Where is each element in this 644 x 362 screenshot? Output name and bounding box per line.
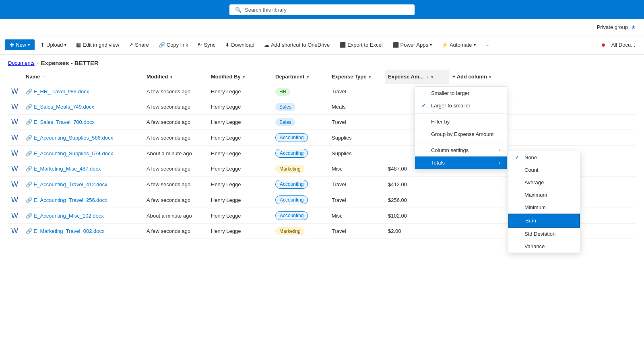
modified-by: Henry Legge [208, 208, 272, 224]
upload-label: Upload [46, 42, 63, 48]
share-button[interactable]: ↗ Share [125, 39, 153, 50]
modified-by: Henry Legge [208, 115, 272, 130]
download-button[interactable]: ⬇ Download [221, 39, 258, 50]
star-icon[interactable]: ★ [631, 24, 636, 30]
total-minimum-label: Minimum [524, 204, 546, 210]
totals-menu-item[interactable]: Totals › [415, 156, 507, 169]
th-department[interactable]: Department ▾ [272, 70, 328, 84]
modified-filter-icon: ▾ [170, 75, 172, 79]
th-add-column[interactable]: + Add column ▾ [449, 70, 636, 84]
department-badge: Marketing [272, 224, 328, 239]
th-modified-by[interactable]: Modified By ▾ [208, 70, 272, 84]
expense-type-filter-icon: ▾ [369, 75, 371, 79]
private-bar: Private group ★ [0, 19, 644, 35]
table-row[interactable]: W🔗 E_Sales_Travel_700.docxA few seconds … [8, 115, 636, 130]
all-docs-label: All Docu... [611, 42, 635, 48]
file-name[interactable]: 🔗 E_Marketing_Misc_487.docx [23, 161, 143, 177]
power-apps-label: Power Apps [400, 42, 428, 48]
file-type-icon: W [8, 115, 23, 130]
grid-icon: ▦ [76, 42, 81, 48]
modified-date: A few seconds ago [143, 130, 208, 146]
breadcrumb-parent[interactable]: Documents [8, 60, 35, 66]
all-docs-button[interactable]: All Docu... [607, 39, 639, 50]
copy-link-button[interactable]: 🔗 Copy link [155, 39, 192, 50]
modified-date: A few seconds ago [143, 99, 208, 115]
table-row[interactable]: W🔗 E_HR_Travel_989.docxA few seconds ago… [8, 84, 636, 99]
expense-amount-filter-icon: ▾ [431, 75, 433, 79]
export-excel-button[interactable]: ⬛ Export to Excel [335, 39, 386, 50]
sort-smaller-larger[interactable]: Smaller to larger [415, 87, 507, 99]
total-count[interactable]: Count [508, 164, 580, 176]
modified-date: A few seconds ago [143, 192, 208, 208]
total-std-deviation[interactable]: Std Deviation [508, 228, 580, 240]
total-minimum[interactable]: Minimum [508, 201, 580, 214]
new-button[interactable]: ✚ New ▾ [5, 39, 35, 50]
power-apps-icon: ⬛ [392, 42, 399, 48]
add-shortcut-button[interactable]: ☁ Add shortcut to OneDrive [260, 39, 334, 50]
totals-arrow-icon: › [499, 160, 500, 165]
group-by-expense-label: Group by Expense Amount [431, 131, 493, 137]
modified-by: Henry Legge [208, 161, 272, 177]
export-excel-label: Export to Excel [347, 42, 382, 48]
department-badge: Accounting [272, 177, 328, 192]
more-button[interactable]: ··· [481, 39, 494, 50]
th-name[interactable]: Name ↕ [23, 70, 143, 84]
department-badge: Accounting [272, 146, 328, 161]
modified-date: A few seconds ago [143, 115, 208, 130]
table-row[interactable]: W🔗 E_Sales_Meals_749.docxA few seconds a… [8, 99, 636, 115]
file-type-icon: W [8, 130, 23, 146]
group-by-expense[interactable]: Group by Expense Amount [415, 128, 507, 140]
total-average-label: Average [524, 179, 544, 185]
sync-button[interactable]: ↻ Sync [194, 39, 219, 50]
table-row[interactable]: W🔗 E_Accounting_Supplies_586.docxA few s… [8, 130, 636, 146]
file-name[interactable]: 🔗 E_Accounting_Travel_256.docx [23, 192, 143, 208]
copy-link-label: Copy link [167, 42, 188, 48]
file-name[interactable]: 🔗 E_Accounting_Travel_412.docx [23, 177, 143, 192]
file-name[interactable]: 🔗 E_Sales_Meals_749.docx [23, 99, 143, 115]
file-name[interactable]: 🔗 E_Marketing_Travel_002.docx [23, 224, 143, 239]
sort-larger-smaller[interactable]: ✓ Larger to smaller [415, 99, 507, 112]
file-type-icon: W [8, 99, 23, 115]
top-bar: 🔍 Search this library [0, 0, 644, 19]
file-name[interactable]: 🔗 E_Accounting_Supplies_574.docx [23, 146, 143, 161]
filter-by-label: Filter by [431, 119, 450, 125]
more-label: ··· [485, 42, 490, 48]
modified-date: About a minute ago [143, 146, 208, 161]
power-apps-button[interactable]: ⬛ Power Apps ▾ [388, 39, 436, 50]
automate-button[interactable]: ⚡ Automate ▾ [438, 39, 480, 50]
expense-type: Misc [328, 161, 385, 177]
download-icon: ⬇ [225, 42, 229, 48]
new-chevron-icon: ▾ [28, 43, 30, 47]
file-name[interactable]: 🔗 E_Accounting_Misc_102.docx [23, 208, 143, 224]
upload-button[interactable]: ⬆ Upload ▾ [36, 39, 70, 50]
total-variance[interactable]: Variance [508, 240, 580, 253]
expense-amount: $412.00 [385, 177, 449, 192]
th-expense-amount[interactable]: Expense Am... ↓ ▾ [385, 70, 449, 84]
modified-by-filter-icon: ▾ [243, 75, 245, 79]
automate-icon: ⚡ [442, 42, 448, 48]
file-name[interactable]: 🔗 E_Sales_Travel_700.docx [23, 115, 143, 130]
menu-divider-1 [415, 113, 507, 114]
file-type-icon: W [8, 224, 23, 239]
modified-by: Henry Legge [208, 177, 272, 192]
th-file-icon [8, 70, 23, 84]
edit-grid-button[interactable]: ▦ Edit in grid view [72, 39, 123, 50]
upload-chevron-icon: ▾ [64, 43, 66, 47]
download-label: Download [231, 42, 254, 48]
file-name[interactable]: 🔗 E_Accounting_Supplies_586.docx [23, 130, 143, 146]
column-settings[interactable]: Column settings › [415, 144, 507, 156]
modified-by: Henry Legge [208, 130, 272, 146]
file-type-icon: W [8, 84, 23, 99]
search-icon: 🔍 [235, 7, 242, 13]
th-expense-type[interactable]: Expense Type ▾ [328, 70, 385, 84]
search-box[interactable]: 🔍 Search this library [229, 4, 415, 15]
file-name[interactable]: 🔗 E_HR_Travel_989.docx [23, 84, 143, 99]
expense-amount: $2.00 [385, 224, 449, 239]
total-none[interactable]: ✓ None [508, 151, 580, 164]
filter-by[interactable]: Filter by [415, 115, 507, 128]
th-modified[interactable]: Modified ▾ [143, 70, 208, 84]
total-sum[interactable]: Sum [508, 214, 580, 228]
total-average[interactable]: Average [508, 176, 580, 189]
total-maximum[interactable]: Maximum [508, 189, 580, 201]
notification-dot [602, 43, 605, 47]
